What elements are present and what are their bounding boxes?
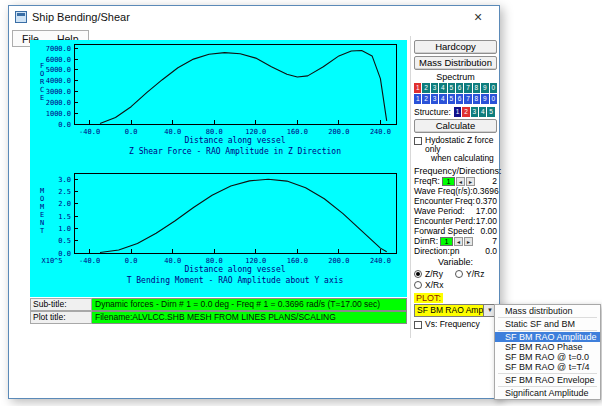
plot-title-row: Plot title: Filename:ALVLCC.SHB MESH FRO… xyxy=(30,311,407,324)
spectrum-cell-10-9[interactable]: 9 xyxy=(481,94,488,104)
structure-cell-3[interactable]: 3 xyxy=(471,107,478,117)
row-label-encounter-freq: Encounter Freq: xyxy=(414,196,475,206)
spectrum-cell-0-8[interactable]: 8 xyxy=(473,83,480,93)
menu-item-sf-bm-rao-t-t-4[interactable]: SF BM RAO @ t=T/4 xyxy=(495,362,600,372)
row-label-dirnr: DirnR: xyxy=(414,236,438,246)
vs-frequency-checkbox[interactable] xyxy=(414,321,422,329)
spectrum-cell-0-2[interactable]: 2 xyxy=(422,83,429,93)
menu-item-static-sf-and-bm[interactable]: Static SF and BM xyxy=(495,319,600,329)
spinner-right-icon[interactable]: ► xyxy=(466,177,475,186)
svg-text:-40.0: -40.0 xyxy=(79,257,100,265)
structure-cells: 12345 xyxy=(454,107,495,117)
spectrum-cell-10-4[interactable]: 4 xyxy=(439,94,446,104)
svg-text:1.5: 1.5 xyxy=(58,213,71,221)
svg-text:E: E xyxy=(40,211,44,219)
svg-text:3.0: 3.0 xyxy=(58,176,71,184)
row-value-direction-pn: 0.0 xyxy=(485,246,497,256)
spinner-right-icon[interactable]: ► xyxy=(464,237,473,246)
svg-text:240.0: 240.0 xyxy=(370,257,391,265)
svg-text:2000.0: 2000.0 xyxy=(46,99,71,107)
radio-y-rz[interactable]: Y/Rz xyxy=(455,268,496,279)
subtitle-value[interactable]: Dynamic forces - Dirn # 1 = 0.0 deg - Fr… xyxy=(92,298,407,311)
svg-text:0.0: 0.0 xyxy=(58,121,71,129)
menu-item-sf-bm-rao-t-0-0[interactable]: SF BM RAO @ t=0.0 xyxy=(495,352,600,362)
svg-text:R: R xyxy=(40,78,45,86)
row-count-dirnr: 7 xyxy=(492,236,497,246)
spectrum-cell-10-2[interactable]: 2 xyxy=(422,94,429,104)
menu-item-sf-bm-rao-amplitude[interactable]: SF BM RAO Amplitude xyxy=(495,332,600,342)
spectrum-cell-10-3[interactable]: 3 xyxy=(431,94,438,104)
svg-text:0.0: 0.0 xyxy=(125,128,138,136)
radio-icon-y-rz[interactable] xyxy=(455,270,463,278)
svg-text:40.0: 40.0 xyxy=(164,128,181,136)
row-wave-period: Wave Period:17.00 xyxy=(414,206,497,216)
plot-label: PLOT: xyxy=(414,293,443,303)
spectrum-cell-0-6[interactable]: 6 xyxy=(456,83,463,93)
spectrum-cell-0-5[interactable]: 5 xyxy=(448,83,455,93)
spinner-left-icon[interactable]: ◄ xyxy=(456,177,465,186)
row-dirnr: DirnR:1◄►7 xyxy=(414,236,497,246)
spectrum-cell-0-9[interactable]: 9 xyxy=(481,83,488,93)
svg-text:C: C xyxy=(40,86,44,94)
radio-icon-x-rx[interactable] xyxy=(414,281,422,289)
row-label-freqr: FreqR: xyxy=(414,176,440,186)
row-encounter-perd: Encounter Perd:17.00 xyxy=(414,216,497,226)
mass-distribution-button[interactable]: Mass Distribution xyxy=(414,56,497,70)
radio-icon-z-ry[interactable] xyxy=(414,270,422,278)
structure-row: Structure: 12345 xyxy=(414,106,497,117)
structure-cell-2[interactable]: 2 xyxy=(462,107,469,117)
svg-text:O: O xyxy=(40,70,44,78)
spectrum-cell-10-1[interactable]: 1 xyxy=(414,94,421,104)
radio-label-y-rz: Y/Rz xyxy=(466,269,484,279)
calculate-button[interactable]: Calculate xyxy=(414,119,497,133)
plot-type-value[interactable]: SF BM RAO Amplitude xyxy=(415,305,483,316)
hydrostatic-label-line1: Hydostatic Z force only xyxy=(425,136,497,154)
plot-type-combobox[interactable]: SF BM RAO Amplitude ▼ xyxy=(414,304,497,317)
svg-text:160.0: 160.0 xyxy=(287,128,308,136)
structure-cell-1[interactable]: 1 xyxy=(454,107,461,117)
spectrum-cell-10-0[interactable]: 0 xyxy=(490,94,497,104)
vs-frequency-row: Vs: Frequency xyxy=(414,320,497,329)
row-index-dirnr[interactable]: 1 xyxy=(440,237,453,246)
spectrum-cell-10-8[interactable]: 8 xyxy=(473,94,480,104)
radio-x-rx[interactable]: X/Rx xyxy=(414,279,455,290)
spectrum-cell-0-1[interactable]: 1 xyxy=(414,83,421,93)
svg-text:2.0: 2.0 xyxy=(58,200,71,208)
svg-text:1000.0: 1000.0 xyxy=(46,110,71,118)
spinner-left-icon[interactable]: ◄ xyxy=(454,237,463,246)
spectrum-cell-10-5[interactable]: 5 xyxy=(448,94,455,104)
svg-text:E: E xyxy=(40,94,44,102)
svg-text:3000.0: 3000.0 xyxy=(46,88,71,96)
freq-rows: FreqR:1◄►2Wave Freq(r/s):0.3696Encounter… xyxy=(414,176,497,256)
svg-text:240.0: 240.0 xyxy=(370,128,391,136)
svg-text:5000.0: 5000.0 xyxy=(46,66,71,74)
chart-panel: -40.00.040.080.0120.0160.0200.0240.00.01… xyxy=(30,40,407,297)
hydrostatic-checkbox-row: Hydostatic Z force only when calculating xyxy=(414,136,497,163)
spectrum-cell-0-3[interactable]: 3 xyxy=(431,83,438,93)
window-title: Ship Bending/Shear xyxy=(32,11,130,23)
menu-separator xyxy=(498,317,597,318)
svg-text:T Bending Moment - RAO Amplitu: T Bending Moment - RAO Amplitude about Y… xyxy=(127,276,344,285)
svg-text:T: T xyxy=(40,227,45,235)
spectrum-cell-0-0[interactable]: 0 xyxy=(490,83,497,93)
spectrum-cell-10-7[interactable]: 7 xyxy=(464,94,471,104)
menu-item-sf-bm-rao-envelope[interactable]: SF BM RAO Envelope xyxy=(495,375,600,385)
hydrostatic-checkbox[interactable] xyxy=(414,137,422,145)
menu-item-significant-amplitude[interactable]: Significant Amplitude xyxy=(495,388,600,398)
hardcopy-button[interactable]: Hardcopy xyxy=(414,40,497,54)
spectrum-cell-10-6[interactable]: 6 xyxy=(456,94,463,104)
structure-cell-5[interactable]: 5 xyxy=(487,107,494,117)
menu-item-sf-bm-rao-phase[interactable]: SF BM RAO Phase xyxy=(495,342,600,352)
structure-cell-4[interactable]: 4 xyxy=(479,107,486,117)
spectrum-cell-0-7[interactable]: 7 xyxy=(464,83,471,93)
row-index-freqr[interactable]: 1 xyxy=(442,177,455,186)
menu-item-mass-distribution[interactable]: Mass distribution xyxy=(495,306,600,316)
close-button[interactable]: × xyxy=(463,7,493,28)
vs-frequency-label: Vs: Frequency xyxy=(425,320,480,329)
shear-force-chart: -40.00.040.080.0120.0160.0200.0240.00.01… xyxy=(30,40,407,168)
radio-z-ry[interactable]: Z/Ry xyxy=(414,268,455,279)
app-window: Ship Bending/Shear × File Help -40.00.04… xyxy=(8,5,500,399)
spectrum-cell-0-4[interactable]: 4 xyxy=(439,83,446,93)
row-count-freqr: 2 xyxy=(492,176,497,186)
plot-title-value[interactable]: Filename:ALVLCC.SHB MESH FROM LINES PLAN… xyxy=(92,311,407,324)
